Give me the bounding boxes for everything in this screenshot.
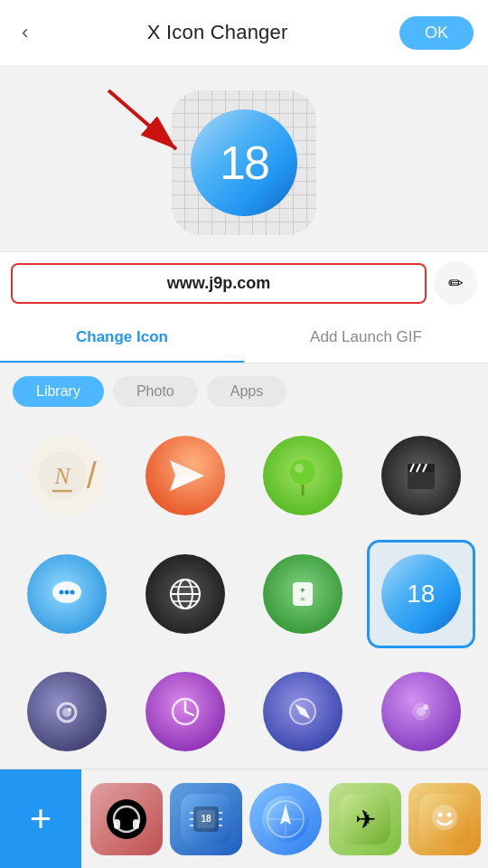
icon-clapperboard[interactable] — [367, 421, 476, 531]
pill-library[interactable]: Library — [13, 376, 104, 407]
svg-point-16 — [60, 590, 64, 594]
filter-pills: Library Photo Apps — [0, 363, 488, 416]
svg-marker-6 — [170, 476, 204, 491]
svg-rect-10 — [408, 469, 435, 489]
icon-18-selected[interactable]: 18 — [367, 540, 476, 649]
icon-clock[interactable] — [131, 657, 240, 767]
svg-point-17 — [65, 590, 70, 594]
svg-point-62 — [447, 812, 452, 816]
icon-calculator[interactable]: += — [249, 540, 358, 649]
svg-point-38 — [107, 799, 146, 839]
svg-rect-41 — [133, 819, 139, 829]
add-icon: + — [30, 797, 52, 841]
tabs: Change Icon Add Launch GIF — [0, 314, 488, 363]
icon-purple-swirl[interactable] — [367, 657, 476, 767]
header: ‹ X Icon Changer OK — [0, 0, 488, 65]
icon-grid: N += 18 — [0, 416, 488, 776]
back-button[interactable]: ‹ — [14, 14, 35, 52]
preview-area: 18 — [0, 65, 488, 251]
svg-point-61 — [438, 812, 443, 816]
icon-note[interactable]: N — [13, 421, 122, 531]
icon-paperplane[interactable] — [131, 421, 240, 531]
url-bar-container: www.j9p.com ✏ — [0, 251, 488, 314]
svg-rect-40 — [114, 819, 120, 829]
add-button[interactable]: + — [0, 769, 81, 869]
svg-point-18 — [70, 590, 75, 594]
svg-point-29 — [68, 708, 71, 712]
icon-compass[interactable] — [249, 657, 358, 767]
bottom-icon-headphone[interactable] — [90, 783, 163, 855]
preview-icon-bg: 18 — [172, 90, 316, 235]
bottom-icons-list: 18 ✈ — [81, 783, 488, 855]
pill-apps[interactable]: Apps — [207, 376, 286, 407]
preview-icon-number: 18 — [191, 109, 297, 216]
tab-add-launch-gif[interactable]: Add Launch GIF — [244, 314, 488, 363]
pill-photo[interactable]: Photo — [113, 376, 198, 407]
svg-text:18: 18 — [201, 814, 211, 824]
svg-text:=: = — [301, 594, 305, 603]
icon-globe[interactable] — [131, 540, 240, 649]
bottom-bar: + 18 ✈ — [0, 769, 488, 868]
svg-line-1 — [108, 90, 176, 149]
icon-chat[interactable] — [13, 540, 122, 649]
preview-icon-wrapper: 18 — [172, 90, 316, 235]
bottom-icon-chip[interactable]: 18 — [170, 783, 242, 855]
edit-url-button[interactable]: ✏ — [434, 261, 477, 305]
ok-button[interactable]: OK — [399, 16, 474, 50]
svg-line-32 — [185, 712, 193, 715]
svg-text:N: N — [53, 463, 71, 489]
svg-point-60 — [432, 805, 457, 830]
tab-change-icon[interactable]: Change Icon — [0, 314, 244, 363]
svg-point-37 — [423, 704, 428, 710]
bottom-icon-safari[interactable] — [249, 783, 322, 855]
bottom-icon-face[interactable] — [408, 783, 481, 855]
svg-text:✈: ✈ — [355, 806, 376, 834]
svg-point-7 — [290, 459, 315, 485]
url-bar[interactable]: www.j9p.com — [11, 263, 427, 304]
svg-point-8 — [295, 464, 304, 473]
icon-lollipop[interactable] — [249, 421, 358, 531]
bottom-icon-plane[interactable]: ✈ — [329, 783, 401, 855]
icon-camera-eye[interactable] — [13, 657, 122, 767]
page-title: X Icon Changer — [147, 21, 288, 44]
